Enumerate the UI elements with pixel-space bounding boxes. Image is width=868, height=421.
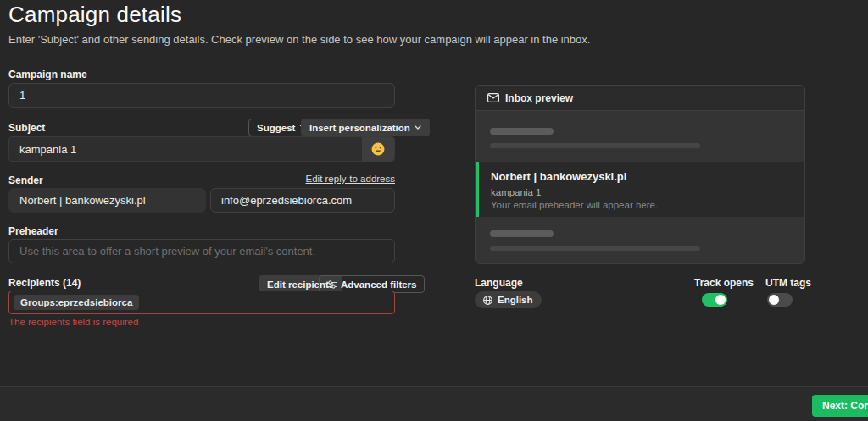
page-title: Campaign details [8, 2, 181, 28]
skeleton-bar [490, 230, 554, 237]
utm-tags-label: UTM tags [765, 277, 811, 289]
insert-personalization-label: Insert personalization [309, 123, 410, 133]
campaign-name-input[interactable] [8, 83, 395, 108]
toggle-knob [715, 295, 726, 305]
envelope-icon [487, 93, 499, 102]
utm-tags-toggle[interactable] [767, 293, 793, 307]
recipients-error: The recipients field is required [8, 317, 138, 327]
campaign-name-label: Campaign name [8, 69, 87, 80]
recipients-label: Recipients (14) [8, 277, 81, 289]
preview-preheader: Your email preheader will appear here. [491, 200, 804, 210]
subject-input-wrap [8, 136, 395, 162]
sender-label: Sender [8, 174, 43, 186]
globe-icon [483, 296, 492, 305]
preview-sender-name: Norbert | bankowezyski.pl [491, 170, 804, 183]
inbox-preview-card: Inbox preview Norbert | bankowezyski.pl … [475, 85, 805, 264]
next-content-button[interactable]: Next: Content [812, 395, 868, 417]
preview-skeleton-row [476, 217, 804, 264]
preview-skeleton-row [476, 111, 804, 162]
advanced-filters-label: Advanced filters [341, 280, 416, 290]
preheader-label: Preheader [8, 225, 58, 237]
footer-bar: Next: Content [0, 386, 868, 421]
skeleton-bar [490, 128, 554, 135]
subject-label: Subject [8, 122, 45, 134]
page-subtitle: Enter 'Subject' and other sending detail… [8, 33, 590, 46]
chevron-down-icon [415, 125, 421, 130]
skeleton-bar [490, 143, 700, 148]
insert-personalization-button[interactable]: Insert personalization [301, 119, 430, 136]
emoji-picker-button[interactable] [362, 137, 394, 161]
language-button[interactable]: English [475, 291, 542, 308]
inbox-preview-header: Inbox preview [476, 86, 804, 111]
language-label: Language [475, 277, 523, 289]
preheader-input[interactable] [8, 239, 395, 263]
preview-subject: kampania 1 [491, 187, 804, 197]
suggest-button-label: Suggest [257, 123, 295, 133]
sliders-icon [327, 280, 337, 289]
subject-input[interactable] [9, 143, 362, 156]
inbox-preview-title: Inbox preview [505, 92, 573, 104]
toggle-knob [769, 295, 779, 305]
campaign-details-page: Campaign details Enter 'Subject' and oth… [0, 0, 868, 421]
preview-email-item: Norbert | bankowezyski.pl kampania 1 You… [476, 162, 804, 217]
edit-reply-to-link[interactable]: Edit reply-to address [306, 174, 395, 184]
sender-name-input[interactable] [8, 188, 206, 213]
track-opens-label: Track opens [694, 277, 754, 289]
recipients-input[interactable]: Groups:eprzedsiebiorca [8, 291, 395, 314]
smiley-emoji-icon [371, 142, 385, 156]
language-value: English [498, 295, 533, 305]
recipient-group-chip[interactable]: Groups:eprzedsiebiorca [14, 295, 139, 310]
track-opens-toggle[interactable] [702, 293, 727, 307]
skeleton-bar [490, 246, 700, 251]
sender-email-input[interactable] [210, 188, 395, 213]
